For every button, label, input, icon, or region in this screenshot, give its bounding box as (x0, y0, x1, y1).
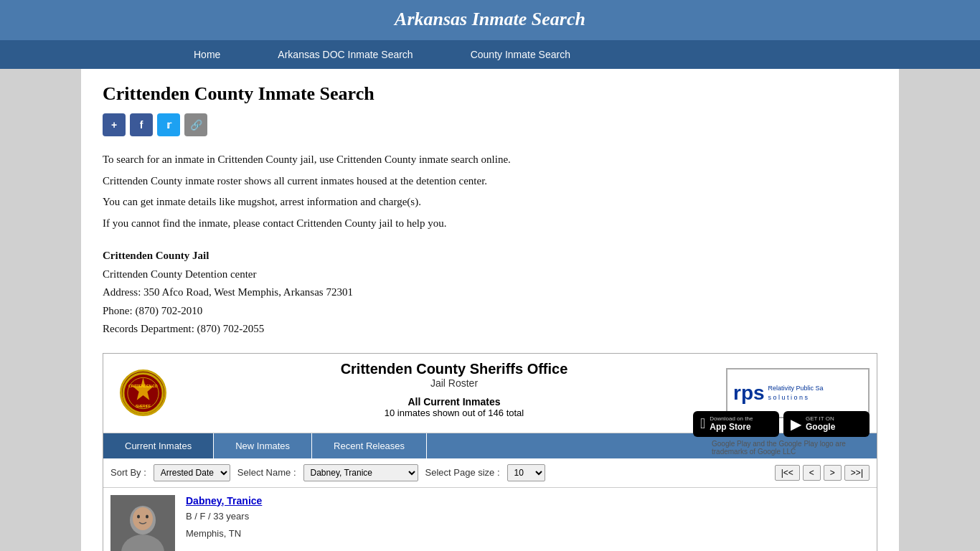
sort-select[interactable]: Arrested Date Name Release Date (154, 464, 230, 481)
desc-line-2: Crittenden County inmate roster shows al… (103, 172, 877, 191)
pagination: |<< < > >>| (775, 465, 870, 481)
sheriff-logo: CRITTENDEN CO SHERIFF (118, 368, 168, 418)
badge-icon: CRITTENDEN CO SHERIFF (120, 369, 166, 416)
twitter-button[interactable]: 𝕣 (157, 113, 180, 136)
office-name: Crittenden County Sheriffs Office (182, 361, 726, 377)
jail-roster-label: Jail Roster (182, 377, 726, 389)
inmate-count: All Current Inmates 10 inmates shown out… (182, 389, 726, 425)
inmate-race-gender-age: B / F / 33 years (186, 509, 262, 524)
main-content: Crittenden County Inmate Search + f 𝕣 🔗 … (81, 69, 899, 551)
apple-name: App Store (710, 422, 753, 432)
description: To search for an inmate in Crittenden Co… (103, 151, 877, 232)
nav-doc-search[interactable]: Arkansas DOC Inmate Search (249, 40, 441, 69)
count-label: All Current Inmates (197, 396, 712, 408)
first-page-button[interactable]: |<< (775, 465, 800, 481)
inmate-name[interactable]: Dabney, Tranice (186, 495, 262, 507)
app-buttons:  Download on the App Store ▶ GET IT ON … (693, 411, 870, 437)
last-page-button[interactable]: >>| (844, 465, 870, 481)
count-detail: 10 inmates shown out of 146 total (197, 408, 712, 418)
rps-text: rps (733, 382, 765, 405)
jail-address: Address: 350 Afco Road, West Memphis, Ar… (103, 283, 877, 302)
svg-point-8 (133, 507, 153, 530)
roster-title-block: Crittenden County Sheriffs Office Jail R… (182, 361, 726, 425)
svg-point-9 (137, 514, 140, 518)
jail-name: Crittenden County Jail (103, 247, 877, 265)
desc-line-3: You can get inmate details like mugshot,… (103, 193, 877, 212)
google-name: Google (806, 422, 835, 432)
app-disclaimer: Google Play and the Google Play logo are… (712, 440, 870, 456)
google-play-button[interactable]: ▶ GET IT ON Google (783, 411, 870, 437)
page-title: Crittenden County Inmate Search (103, 83, 877, 105)
filter-bar: Sort By : Arrested Date Name Release Dat… (103, 458, 877, 488)
desc-line-1: To search for an inmate in Crittenden Co… (103, 151, 877, 169)
roster-container: CRITTENDEN CO SHERIFF Crittenden County … (103, 354, 877, 433)
site-title: Arkansas Inmate Search (0, 9, 980, 30)
jail-phone: Phone: (870) 702-2010 (103, 302, 877, 321)
rps-subtitle: Relativity Public Sas o l u t i o n s (768, 384, 824, 402)
site-header: Arkansas Inmate Search (0, 0, 980, 40)
sort-label: Sort By : (110, 467, 146, 478)
nav-county-search[interactable]: County Inmate Search (442, 40, 599, 69)
inmate-details: Dabney, Tranice B / F / 33 years Memphis… (186, 495, 262, 552)
roster-section: CRITTENDEN CO SHERIFF Crittenden County … (103, 353, 877, 552)
photo-placeholder (110, 495, 175, 552)
share-button[interactable]: + (103, 113, 126, 136)
jail-info: Crittenden County Jail Crittenden County… (103, 247, 877, 339)
nav-home[interactable]: Home (165, 40, 249, 69)
app-store-section:  Download on the App Store ▶ GET IT ON … (693, 411, 870, 456)
name-label: Select Name : (237, 467, 296, 478)
social-icons: + f 𝕣 🔗 (103, 113, 877, 136)
tab-new-inmates[interactable]: New Inmates (214, 433, 312, 458)
facebook-button[interactable]: f (130, 113, 153, 136)
apple-pre: Download on the (710, 415, 753, 422)
google-pre: GET IT ON (806, 415, 835, 422)
inmate-location: Memphis, TN (186, 527, 262, 542)
desc-line-4: If you cannot find the inmate, please co… (103, 215, 877, 233)
copylink-button[interactable]: 🔗 (184, 113, 207, 136)
inmate-photo (110, 495, 175, 552)
jail-detention-center: Crittenden County Detention center (103, 265, 877, 284)
nav-bar: Home Arkansas DOC Inmate Search County I… (0, 40, 980, 69)
pagesize-label: Select Page size : (425, 467, 500, 478)
apple-icon:  (700, 415, 705, 432)
jail-records: Records Department: (870) 702-2055 (103, 320, 877, 339)
tab-current-inmates[interactable]: Current Inmates (103, 433, 214, 458)
table-row: Dabney, Tranice B / F / 33 years Memphis… (110, 495, 870, 552)
inmate-list: Dabney, Tranice B / F / 33 years Memphis… (103, 488, 877, 552)
apple-store-button[interactable]:  Download on the App Store (693, 411, 779, 437)
pagesize-select[interactable]: 10 25 50 100 (507, 464, 545, 481)
svg-text:SHERIFF: SHERIFF (136, 404, 151, 408)
svg-point-10 (146, 514, 149, 518)
google-icon: ▶ (791, 415, 801, 433)
prev-page-button[interactable]: < (803, 465, 821, 481)
name-select[interactable]: Dabney, Tranice (303, 464, 418, 481)
next-page-button[interactable]: > (824, 465, 842, 481)
tab-recent-releases[interactable]: Recent Releases (312, 433, 427, 458)
